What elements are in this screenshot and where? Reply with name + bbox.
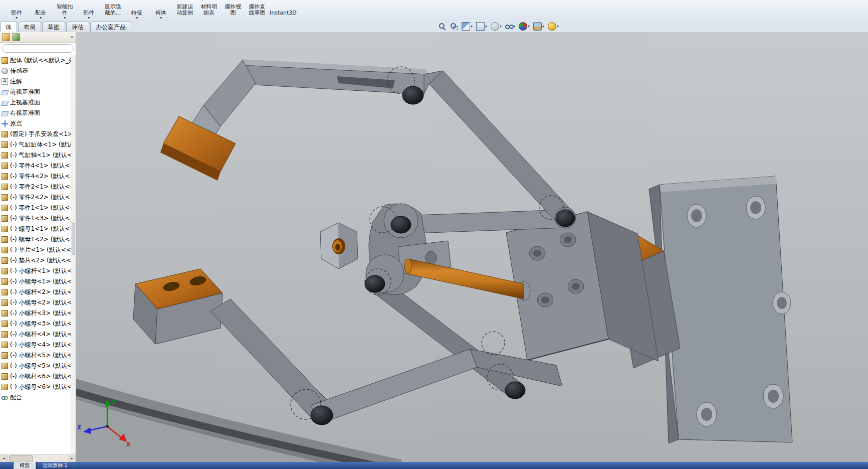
- tree-item[interactable]: (-) 零件1<1> (默认<<: [0, 203, 71, 213]
- tree-item-label: 右视基准面: [10, 109, 40, 117]
- scroll-thumb[interactable]: [72, 223, 75, 255]
- part-icon: [2, 373, 8, 380]
- tree-item[interactable]: (-) 气缸缸体<1> (默认<: [0, 139, 71, 150]
- assembly-features-button[interactable]: 特征 ▾: [125, 0, 148, 20]
- scroll-right-arrow[interactable]: ►: [68, 455, 76, 462]
- view-tool-button[interactable]: ▾: [532, 21, 545, 32]
- tree-item[interactable]: (-) 零件1<3> (默认<<: [0, 213, 71, 224]
- plane-icon: [1, 90, 9, 95]
- scroll-left-arrow[interactable]: ◄: [0, 455, 8, 462]
- tree-item[interactable]: (-) 小螺杆<6> (默认<: [0, 371, 71, 382]
- tab-office[interactable]: 办公室产品: [90, 22, 131, 32]
- tree-item-label: (-) 零件1<1> (默认<<: [10, 204, 71, 212]
- tree-item-label: (-) 小螺杆<2> (默认<: [10, 288, 71, 296]
- view-tool-button[interactable]: ▾: [547, 21, 560, 32]
- tab-evaluate[interactable]: 评估: [66, 22, 89, 32]
- tree-item[interactable]: (-) 小螺母<1> (默认<: [0, 276, 71, 287]
- part-icon: [2, 141, 8, 148]
- propertymanager-tab-icon[interactable]: [12, 33, 20, 41]
- tree-item[interactable]: (-) 小螺杆<3> (默认<: [0, 308, 71, 319]
- tree-item-label: (-) 小螺母<3> (默认<: [10, 320, 71, 328]
- smart-fasteners-button[interactable]: 智能扣 件 ▾: [53, 0, 76, 20]
- tree-item[interactable]: 配体 (默认<<默认>_外: [0, 55, 71, 66]
- view-tool-button[interactable]: ▾: [475, 21, 488, 32]
- tree-item[interactable]: (-) 小螺杆<2> (默认<: [0, 287, 71, 297]
- tree-item-label: (-) 小螺杆<6> (默认<: [10, 372, 71, 381]
- view-tool-button[interactable]: ▾: [504, 21, 516, 32]
- tree-item[interactable]: (-) 零件4<2> (默认<<: [0, 171, 71, 182]
- tree-item[interactable]: 原点: [0, 118, 71, 129]
- tree-item[interactable]: (-) 气缸轴<1> (默认<<: [0, 150, 71, 161]
- tree-item[interactable]: (固定) 手爪安装盘<1>: [0, 129, 71, 139]
- explode-line-sketch-button[interactable]: 爆炸直 线草图: [246, 0, 269, 20]
- tree-item-label: (-) 零件4<2> (默认<<: [10, 172, 71, 181]
- tree-horizontal-scrollbar[interactable]: ◄ ►: [0, 454, 76, 462]
- part-icon: [2, 152, 8, 159]
- new-motion-study-button[interactable]: 新建运 动算例: [173, 0, 196, 20]
- zoom-fit-icon: [439, 23, 446, 30]
- tree-item[interactable]: 右视基准面: [0, 108, 71, 118]
- dropdown-caret: ▾: [471, 24, 473, 29]
- featuremanager-tab-icon[interactable]: [2, 33, 10, 41]
- dropdown-caret: ▾: [160, 16, 162, 20]
- part-icon: [2, 194, 8, 201]
- tree-item[interactable]: (-) 小螺母<3> (默认<: [0, 319, 71, 329]
- tab-motion-study-1[interactable]: 运动算例 1: [36, 462, 74, 469]
- tree-item[interactable]: (-) 小螺杆<1> (默认<: [0, 266, 71, 276]
- tree-item[interactable]: (-) 小螺母<2> (默认<: [0, 297, 71, 308]
- tree-item[interactable]: (-) 小螺母<4> (默认<: [0, 340, 71, 350]
- view-tool-button[interactable]: [438, 21, 448, 32]
- dropdown-caret: ▾: [542, 24, 544, 29]
- tree-item[interactable]: (-) 小螺母<5> (默认<: [0, 361, 71, 371]
- tab-assembly[interactable]: 体: [0, 22, 17, 32]
- reference-geometry-button[interactable]: 何体 ▾: [149, 0, 172, 20]
- tab-sketch[interactable]: 草图: [42, 22, 65, 32]
- tree-item[interactable]: (-) 小螺杆<5> (默认<: [0, 350, 71, 361]
- tree-item[interactable]: 注解: [0, 76, 71, 87]
- view-tool-button[interactable]: ▾: [490, 21, 503, 32]
- bom-button[interactable]: 材料明 细表: [197, 0, 221, 20]
- tree-item[interactable]: (-) 小螺母<6> (默认<: [0, 382, 71, 392]
- part-icon: [2, 131, 8, 137]
- tree-item[interactable]: (-) 垫片<1> (默认<<默: [0, 245, 71, 255]
- component-button[interactable]: 部件 ▾: [5, 0, 28, 20]
- dropdown-caret: ▾: [485, 24, 487, 29]
- part-icon: [2, 342, 8, 348]
- tab-model[interactable]: 模型: [13, 462, 36, 469]
- tree-item[interactable]: 前视基准面: [0, 87, 71, 97]
- tree-item-label: (-) 小螺杆<1> (默认<: [10, 267, 71, 275]
- tree-item-label: 原点: [10, 119, 22, 128]
- tab-layout[interactable]: 布局: [18, 22, 41, 32]
- move-component-button[interactable]: 部件 ▾: [77, 0, 100, 20]
- view-tool-button[interactable]: [449, 21, 459, 32]
- tree-item[interactable]: (-) 零件2<1> (默认<<: [0, 182, 71, 192]
- tree-item[interactable]: (-) 小螺杆<4> (默认<: [0, 329, 71, 340]
- graphics-viewport[interactable]: Y Z X: [76, 32, 868, 462]
- view-tool-button[interactable]: ▾: [518, 21, 531, 32]
- tree-item-label: (-) 垫片<2> (默认<<默: [10, 256, 71, 265]
- instant3d-button[interactable]: Instant3D: [270, 0, 297, 20]
- tree-item[interactable]: (-) 零件2<2> (默认<<: [0, 192, 71, 203]
- part-icon: [2, 321, 8, 327]
- tree-item-label: (-) 气缸缸体<1> (默认<: [10, 140, 71, 149]
- view-tool-button[interactable]: ▾: [461, 21, 474, 32]
- tree-item[interactable]: 上视基准面: [0, 97, 71, 108]
- tree-item[interactable]: (-) 零件4<1> (默认<<: [0, 161, 71, 171]
- tree-filter-input[interactable]: [2, 44, 74, 53]
- tree-item-label: (-) 零件2<2> (默认<<: [10, 193, 71, 202]
- toolbar-button-label: 智能扣 件: [57, 4, 73, 16]
- scroll-thumb[interactable]: [9, 455, 33, 461]
- mates-icon: [2, 394, 8, 401]
- panel-more-chevron[interactable]: »: [70, 34, 74, 41]
- toolbar-button-label: Instant3D: [270, 10, 297, 16]
- exploded-view-button[interactable]: 爆炸视 图: [222, 0, 245, 20]
- tree-item[interactable]: (-) 螺母1<1> (默认<<: [0, 224, 71, 234]
- mate-button[interactable]: 配合 ▾: [29, 0, 52, 20]
- tree-item[interactable]: 配合: [0, 392, 71, 403]
- tree-item[interactable]: 传感器: [0, 66, 71, 76]
- show-hidden-button[interactable]: 显示隐 藏的...: [101, 0, 124, 20]
- tree-item[interactable]: (-) 螺母1<2> (默认<<: [0, 234, 71, 245]
- tree-vertical-scrollbar[interactable]: [71, 55, 76, 454]
- view-orientation-icon: [476, 22, 485, 31]
- tree-item[interactable]: (-) 垫片<2> (默认<<默: [0, 255, 71, 266]
